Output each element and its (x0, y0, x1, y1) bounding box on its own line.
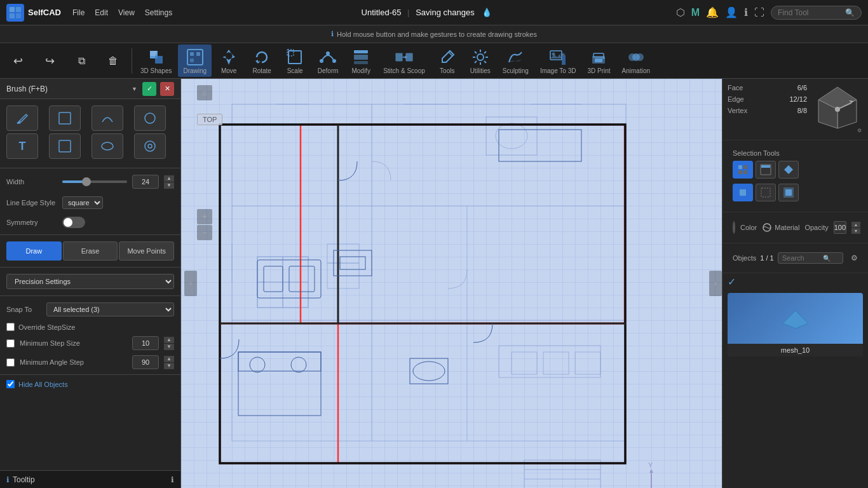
brush-rect-outline[interactable] (49, 105, 81, 131)
min-step-checkbox[interactable] (6, 339, 15, 348)
toolbar-modify[interactable]: Modify (345, 44, 377, 77)
find-tool-input[interactable] (778, 8, 841, 17)
find-tool-search[interactable]: 🔍 (771, 6, 862, 20)
svg-rect-43 (232, 104, 626, 441)
svg-rect-3 (16, 13, 21, 18)
canvas-area[interactable]: X Y TOP ‹ › ⌂ + − (181, 79, 722, 488)
objects-section: Objects 1 / 1 🔍 ⚙ (722, 243, 868, 273)
select-all-btn[interactable] (778, 184, 799, 201)
menu-edit[interactable]: Edit (90, 6, 113, 20)
nav-zoom-out[interactable]: − (197, 225, 212, 240)
user-icon[interactable]: 👤 (725, 6, 738, 18)
toolbar-tools[interactable]: Tools (431, 44, 463, 77)
precision-select[interactable]: Precision Settings (6, 274, 174, 289)
toolbar-utilities[interactable]: Utilities (465, 44, 496, 77)
toolbar-scale[interactable]: Scale (279, 44, 311, 77)
brush-target[interactable] (134, 133, 166, 159)
width-up[interactable]: ▲ (164, 175, 174, 182)
width-slider-thumb[interactable] (82, 177, 91, 186)
min-angle-up[interactable]: ▲ (164, 356, 174, 362)
fullscreen-icon[interactable]: ⛶ (754, 7, 764, 18)
menu-view[interactable]: View (113, 6, 140, 20)
brush-ellipse[interactable] (92, 133, 123, 159)
symmetry-toggle[interactable] (62, 217, 85, 228)
select-face-btn[interactable] (778, 161, 799, 179)
objects-search[interactable]: 🔍 (778, 252, 843, 264)
opacity-down[interactable]: ▼ (851, 228, 860, 234)
delete-button[interactable]: 🗑 (98, 48, 128, 74)
min-angle-value[interactable]: 90 (132, 355, 159, 369)
select-box-btn[interactable] (756, 184, 776, 201)
info-icon[interactable]: ℹ (744, 6, 748, 18)
toolbar-animation[interactable]: Animation (617, 44, 655, 77)
app-name: SelfCAD (28, 8, 61, 17)
brush-curve[interactable] (92, 105, 123, 131)
nav-arrow-right[interactable]: › (709, 271, 722, 296)
toolbar-deform[interactable]: Deform (312, 44, 344, 77)
brush-square[interactable] (49, 133, 81, 159)
toolbar-rotate[interactable]: Rotate (246, 44, 278, 77)
m-icon[interactable]: M (691, 7, 700, 18)
objects-settings-icon[interactable]: ⚙ (851, 254, 858, 262)
bell-icon[interactable]: 🔔 (706, 6, 719, 18)
share-icon[interactable]: ⬡ (676, 6, 685, 18)
close-panel-button[interactable]: ✕ (160, 82, 174, 96)
min-angle-down[interactable]: ▼ (164, 363, 174, 369)
width-down[interactable]: ▼ (164, 182, 174, 189)
toolbar-move[interactable]: Move (213, 44, 245, 77)
toolbar-stitch-scoop[interactable]: Stitch & Scoop (378, 44, 430, 77)
brush-circle-outline[interactable] (134, 105, 166, 131)
view-cube-settings[interactable]: ⚙ (857, 128, 862, 133)
min-step-value[interactable]: 10 (132, 336, 159, 350)
undo-button[interactable]: ↩ (3, 48, 33, 74)
utilities-icon (470, 47, 491, 67)
material-button[interactable]: Material (762, 222, 799, 233)
toolbar-drawing[interactable]: Drawing (178, 44, 212, 77)
min-angle-checkbox[interactable] (6, 358, 15, 367)
object-card-mesh10[interactable]: mesh_10 (728, 293, 863, 356)
selection-tool-buttons (728, 161, 863, 184)
width-value[interactable]: 24 (132, 175, 159, 189)
select-vertex-btn[interactable] (733, 161, 753, 179)
toolbar-image-to-3d[interactable]: Image To 3D (535, 44, 581, 77)
svg-point-15 (320, 59, 323, 63)
svg-point-40 (102, 142, 113, 150)
override-stepsize-checkbox[interactable] (6, 323, 15, 331)
brush-pencil[interactable] (6, 105, 38, 131)
animation-label: Animation (622, 67, 650, 74)
nav-arrow-left[interactable]: ‹ (184, 271, 197, 296)
draw-button[interactable]: Draw (6, 241, 62, 261)
brush-text[interactable]: T (6, 133, 38, 159)
snap-to-select[interactable]: All selected (3) None Grid (46, 302, 174, 316)
view-cube[interactable]: ⚙ (812, 84, 863, 135)
min-step-up[interactable]: ▲ (164, 337, 174, 343)
line-edge-select[interactable]: square round flat (62, 196, 103, 209)
face-value: 6/6 (797, 84, 807, 92)
toolbar-3d-shapes[interactable]: 3D Shapes (135, 44, 177, 77)
toolbar-sculpting[interactable]: Sculpting (498, 44, 534, 77)
confirm-button[interactable]: ✓ (142, 82, 156, 96)
opacity-up[interactable]: ▲ (851, 222, 860, 227)
hide-objects-checkbox[interactable] (6, 380, 15, 388)
svg-rect-102 (743, 165, 747, 169)
menu-settings[interactable]: Settings (140, 6, 177, 20)
toolbar-3d-print[interactable]: 3D Print (582, 44, 615, 77)
min-step-down[interactable]: ▼ (164, 344, 174, 350)
app-logo[interactable]: SelfCAD (6, 4, 61, 22)
select-single-btn[interactable] (733, 184, 753, 201)
nav-home-button[interactable]: ⌂ (197, 85, 212, 100)
width-slider[interactable] (62, 180, 127, 183)
objects-search-input[interactable] (782, 254, 820, 262)
move-points-button[interactable]: Move Points (119, 241, 174, 261)
select-edge-btn[interactable] (756, 161, 776, 179)
color-swatch[interactable] (733, 221, 735, 234)
check-icon[interactable]: ✓ (728, 276, 736, 287)
redo-button[interactable]: ↪ (34, 48, 65, 74)
nav-zoom-in[interactable]: + (197, 209, 212, 224)
erase-button[interactable]: Erase (63, 241, 118, 261)
copy-button[interactable]: ⧉ (66, 48, 97, 74)
svg-rect-1 (16, 7, 21, 12)
opacity-value[interactable]: 100 (834, 221, 846, 234)
dropdown-arrow[interactable]: ▼ (132, 86, 137, 92)
menu-file[interactable]: File (67, 6, 90, 20)
